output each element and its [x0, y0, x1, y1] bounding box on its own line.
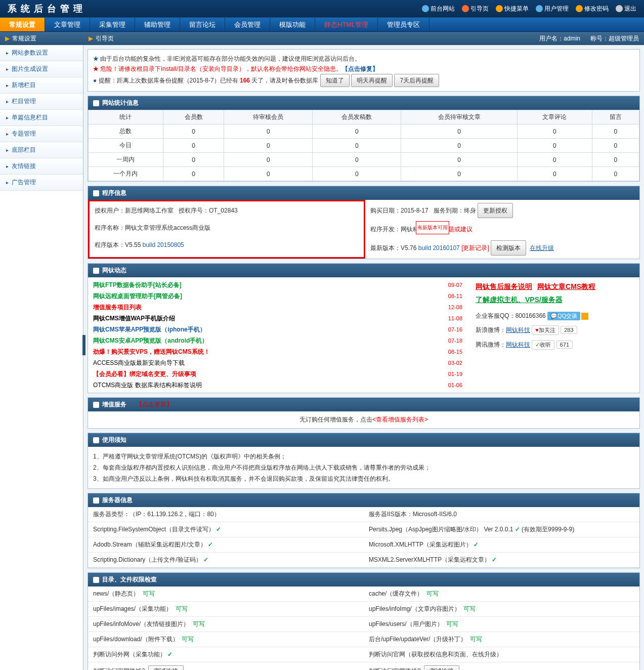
news-title: 网钛动态 [102, 266, 126, 275]
sidebar-item-newcol[interactable]: 新增栏目 [0, 77, 83, 94]
nav-admin[interactable]: 管理员专区 [378, 18, 430, 31]
link-quickmenu[interactable]: 快捷菜单 [496, 5, 529, 13]
news-link[interactable]: OTCMS商业版 数据库表结构和标签说明 [93, 380, 202, 391]
program-panel: 程序信息 授权用户：新思维网络工作室 授权序号：OT_02843 程序名称：网钛… [88, 186, 640, 259]
current-role: 称号：超级管理员 [590, 34, 639, 43]
sidebar: 网站参数设置 图片生成设置 新增栏目 栏目管理 单篇信息栏目 专题管理 底部栏目… [0, 45, 83, 670]
server-panel: 服务器信息 服务器类型：（IP：61.139.126.2，端口：80）服务器II… [88, 493, 640, 568]
sidebar-item-topic[interactable]: 专题管理 [0, 126, 83, 142]
stats-col: 会员发稿数 [313, 110, 401, 124]
backup-days: 166 [240, 77, 250, 84]
notice-box: ★ 由于后台功能的复杂性，非IE浏览器可能存在部分功能失效的问题，建议使用IE浏… [88, 49, 640, 92]
lifebuoy-icon [462, 5, 469, 12]
btn-test-connection[interactable]: 测试连接 [424, 665, 459, 670]
sidebar-item-colmgmt[interactable]: 栏目管理 [0, 94, 83, 110]
tutorial-link[interactable]: 网钛文章CMS教程 [537, 282, 595, 290]
sidebar-item-imggen[interactable]: 图片生成设置 [0, 61, 83, 77]
sidebar-item-links[interactable]: 友情链接 [0, 158, 83, 175]
vps-link[interactable]: 了解虚拟主机、VPS/服务器 [476, 296, 563, 304]
qq-badge-icon [581, 313, 588, 320]
notice-ie: 由于后台功能的复杂性，非IE浏览器可能存在部分功能失效的问题，建议使用IE浏览器… [100, 55, 361, 62]
qq-chat-button[interactable]: 💬QQ交谈 [547, 312, 580, 320]
nav-template[interactable]: 模版功能 [270, 18, 315, 31]
nav-assist[interactable]: 辅助管理 [135, 18, 180, 31]
stats-col: 会员待审核文章 [401, 110, 518, 124]
nav-member[interactable]: 会员管理 [225, 18, 270, 31]
sidebar-item-siteparam[interactable]: 网站参数设置 [0, 45, 83, 61]
value-refresh-link[interactable]: 【点击更新】 [136, 400, 173, 409]
stats-col: 统计 [89, 110, 163, 124]
news-link[interactable]: 【会员必看】绑定域名变更、升级事项 [93, 368, 196, 380]
sina-count: 283 [561, 326, 577, 334]
changelog-link[interactable]: [更新记录] [461, 244, 489, 252]
nav-article[interactable]: 文章管理 [45, 18, 90, 31]
link-logout[interactable]: 退出 [616, 5, 636, 13]
notice-install-warn: 危险！请修改根目录下install/目录名（安装向导目录），默认名称会带给你网站… [100, 65, 342, 72]
sidebar-collapse-handle[interactable] [82, 335, 85, 355]
app-title: 系统后台管理 [8, 3, 422, 15]
btn-update-license[interactable]: 更新授权 [478, 203, 513, 218]
news-panel: 网钛动态 网钛FTP数据备份助手[站长必备]09-07网钛远程桌面管理助手[网管… [88, 263, 640, 393]
sidebar-item-single[interactable]: 单篇信息栏目 [0, 110, 83, 126]
stats-col: 待审核会员 [224, 110, 313, 124]
stats-col: 文章评论 [517, 110, 592, 124]
value-panel: 增值服务 【点击更新】 无订购任何增值服务，点击<查看增值服务列表> [88, 397, 640, 429]
stats-panel: 网站统计信息 统计会员数待审核会员会员发稿数会员待审核文章文章评论留言 总数00… [88, 96, 640, 182]
fix-link[interactable]: 【点击修复】 [342, 65, 378, 72]
nav-forum[interactable]: 留言论坛 [180, 18, 225, 31]
stats-title: 网站统计信息 [102, 99, 139, 107]
bolt-icon [496, 5, 503, 12]
stats-table: 统计会员数待审核会员会员发稿数会员待审核文章文章评论留言 总数000000今日0… [88, 110, 639, 181]
tx-link[interactable]: 网钛科技 [506, 341, 530, 348]
btn-remind-tomorrow[interactable]: 明天再提醒 [351, 74, 393, 87]
program-title: 程序信息 [102, 189, 126, 197]
news-link[interactable]: 增值服务项目列表 [93, 302, 142, 313]
news-link[interactable]: 网钛远程桌面管理助手[网管必备] [93, 290, 182, 302]
sidebar-item-ads[interactable]: 广告管理 [0, 175, 83, 191]
user-icon [536, 5, 543, 12]
tx-count: 671 [556, 341, 573, 349]
breadcrumb-section: 常规设置 [12, 34, 36, 43]
main-nav: 常规设置 文章管理 采集管理 辅助管理 留言论坛 会员管理 模版功能 静态HTM… [0, 18, 644, 32]
service-link[interactable]: 网钛售后服务说明 [476, 282, 532, 290]
sina-link[interactable]: 网钛科技 [506, 326, 530, 333]
app-header: 系统后台管理 前台网站 引导页 快捷菜单 用户管理 修改密码 退出 [0, 0, 644, 18]
nav-static[interactable]: 静态HTML管理 [315, 18, 378, 31]
value-list-link[interactable]: <查看增值服务列表> [372, 416, 428, 423]
top-links: 前台网站 引导页 快捷菜单 用户管理 修改密码 退出 [422, 5, 636, 13]
globe-icon [422, 5, 429, 12]
sina-follow-button[interactable]: ♥加关注 [532, 325, 559, 335]
link-password[interactable]: 修改密码 [576, 5, 609, 13]
news-link[interactable]: 劲爆！购买景安VPS，赠送网钛CMS系统！ [93, 346, 210, 357]
nav-collect[interactable]: 采集管理 [90, 18, 135, 31]
btn-gotit[interactable]: 知道了 [320, 74, 350, 87]
stats-col: 留言 [592, 110, 639, 124]
news-link[interactable]: 网钛CMS增值WAP手机版介绍 [93, 313, 175, 324]
breadcrumb-page: 引导页 [96, 34, 114, 43]
news-link[interactable]: 网钛FTP数据备份助手[站长必备] [93, 279, 182, 290]
nav-general[interactable]: 常规设置 [0, 18, 45, 31]
sidebar-item-bottom[interactable]: 底部栏目 [0, 142, 83, 158]
news-link[interactable]: 网钛CMS安卓APP预览版（android手机） [93, 335, 208, 346]
link-frontend[interactable]: 前台网站 [422, 5, 455, 13]
new-version-tag: 有新版本可用 [416, 221, 449, 234]
current-user: 用户名：admin [539, 34, 580, 43]
notes-panel: 使用须知 1、严格遵守网钛文章管理系统(OTCMS)的《版权声明》中的相关条例；… [88, 433, 640, 489]
stats-col: 会员数 [163, 110, 224, 124]
news-link[interactable]: ACCESS商业版最新安装向导下载 [93, 357, 185, 368]
content-area: ★ 由于后台功能的复杂性，非IE浏览器可能存在部分功能失效的问题，建议使用IE浏… [83, 45, 644, 670]
tx-listen-button[interactable]: ✓收听 [532, 340, 554, 350]
gear-icon [576, 5, 583, 12]
btn-check-version[interactable]: 检测版本 [491, 240, 526, 256]
link-guide[interactable]: 引导页 [462, 5, 489, 13]
btn-remind-7days[interactable]: 7天后再提醒 [394, 74, 439, 87]
sub-bar: ▶常规设置 ▶引导页 用户名：admin 称号：超级管理员 [0, 32, 644, 45]
perm-panel: 目录、文件权限检查 news/（静态页） 可写cache/（缓存文件） 可写up… [88, 572, 640, 670]
power-icon [616, 5, 623, 12]
upgrade-link[interactable]: 在线升级 [530, 244, 554, 252]
license-box: 授权用户：新思维网络工作室 授权序号：OT_02843 程序名称：网钛文章管理系… [88, 200, 365, 259]
link-usermgmt[interactable]: 用户管理 [536, 5, 569, 13]
btn-test-connection[interactable]: 测试连接 [148, 665, 184, 670]
news-link[interactable]: 网钛CMS苹果APP预览版（iphone手机） [93, 324, 206, 335]
